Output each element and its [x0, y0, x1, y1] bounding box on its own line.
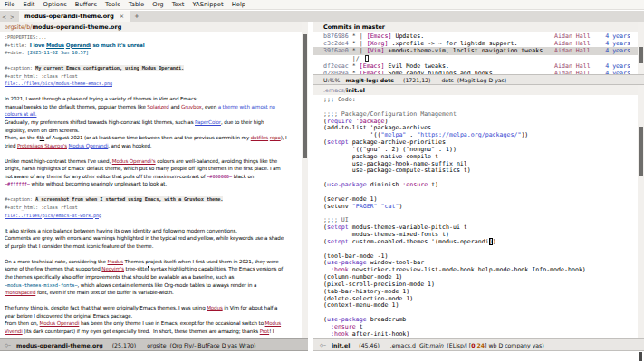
link[interactable]: dotfiles: [251, 135, 268, 140]
text-segment: black on: [232, 174, 254, 179]
link[interactable]: Modus: [46, 43, 64, 48]
text-segment: ~#ffffff~: [5, 181, 30, 186]
text-segment: , due to their high: [221, 119, 264, 125]
link[interactable]: Modus: [107, 259, 123, 264]
new-tab-button[interactable]: +: [134, 13, 139, 20]
modeline-vcs[interactable]: Git:: [419, 342, 429, 348]
commit-graph: * |: [349, 47, 367, 54]
menu-org[interactable]: Org: [152, 1, 163, 8]
text-segment: .: [406, 131, 417, 138]
menu-buffers[interactable]: Buffers: [75, 1, 97, 8]
modeline-modes-suffix: ] wb D company yas): [485, 342, 544, 348]
menu-edit[interactable]: Edit: [23, 1, 34, 8]
menu-help[interactable]: Help: [232, 1, 246, 8]
link[interactable]: Modus Operandi: [69, 143, 109, 148]
link[interactable]: monospaced: [5, 290, 35, 295]
link[interactable]: Gruvbox: [181, 104, 202, 110]
tab-back-icon[interactable]: <: [0, 14, 8, 20]
text-line: the themes specifically also offer impro…: [5, 273, 302, 281]
tab-forward-icon[interactable]: >: [8, 14, 16, 20]
modeline-buffer-name: modus-operandi-theme.org: [16, 342, 103, 348]
text-line: not aware of any theme for any other edi…: [5, 173, 302, 181]
text-segment: package-native-compile t: [323, 153, 438, 160]
commit-row[interactable]: b876986 * | [Emacs] Updates.Aidan Hall4 …: [313, 33, 638, 40]
text-segment: ;;;; Package/Configuration Management: [323, 110, 457, 118]
link[interactable]: Protesilaos Stavrou's: [17, 143, 67, 148]
menu-table[interactable]: Table: [129, 1, 145, 8]
menu-tools[interactable]: Tools: [105, 1, 120, 8]
text-segment: "melpa": [381, 131, 407, 138]
text-segment: On a more technical note, considering th…: [5, 259, 107, 264]
tab-close-icon[interactable]: ×: [120, 13, 124, 20]
text-segment: [323, 323, 331, 330]
text-line: (setopt custom-enabled-themes '(modus-op…: [323, 239, 638, 246]
link[interactable]: Modus Operandi's: [112, 158, 156, 164]
init-scrollbar-thumb[interactable]: [639, 127, 643, 176]
echo-area[interactable]: [0, 351, 644, 362]
commit-age: 4 years: [605, 47, 630, 54]
modeline-mode-list[interactable]: (Magit Log D yas): [457, 77, 506, 83]
commit-row[interactable]: |/: [313, 55, 638, 62]
link[interactable]: Modus Operandi: [40, 320, 80, 326]
commit-graph: *: [349, 62, 360, 70]
org-breadcrumb-header: orgsite/b/modus-operandi-theme.org: [0, 22, 308, 32]
commit-row[interactable]: df2eeac * [Emacs] Evil Mode tweaks.Aidan…: [313, 62, 638, 70]
text-line: #+caption: A screenshot from when I star…: [5, 195, 302, 204]
hollow-cursor: [365, 55, 369, 62]
init-el-buffer[interactable]: ;;; Code:;;;; Package/Configuration Mana…: [313, 95, 638, 338]
modeline-branch[interactable]: main: [429, 342, 443, 348]
commit-row[interactable]: c3c2de4 * | [Xorg] .xprofile -> ~ for li…: [313, 40, 638, 47]
org-scrollbar-thumb[interactable]: [303, 34, 307, 158]
link[interactable]: PaperColor: [195, 119, 221, 125]
link[interactable]: colours at all.: [5, 111, 36, 117]
magit-log-buffer[interactable]: b876986 * | [Emacs] Updates.Aidan Hall4 …: [313, 32, 638, 74]
text-line: :PROPERTIES:...: [5, 33, 302, 42]
org-buffer[interactable]: :PROPERTIES:...#+title: I love Modus Ope…: [0, 32, 302, 338]
init-scrollbar[interactable]: [638, 85, 644, 338]
modeline-mode-list[interactable]: (Org Fly/- BufFace D yas Wrap): [170, 342, 256, 348]
link[interactable]: Modus: [265, 320, 282, 326]
commit-row[interactable]: 39f6ae0 * | [Vim] +modus-theme-vim, locl…: [313, 47, 638, 54]
magit-scrollbar-thumb[interactable]: [639, 47, 643, 63]
link[interactable]: Solarized: [147, 104, 168, 110]
breadcrumb-dir[interactable]: .emacs/: [323, 87, 346, 94]
link[interactable]: "https://melpa.org/packages/": [417, 131, 521, 138]
commit-author: Aidan Hall: [554, 33, 591, 40]
text-segment: #+title:: [5, 43, 30, 48]
text-line: From then on, Modus Operandi has been th…: [5, 319, 302, 328]
commit-age: 4 years: [605, 33, 630, 40]
menu-file[interactable]: File: [5, 1, 14, 8]
breadcrumb-file[interactable]: modus-operandi-theme.org: [32, 24, 121, 31]
link[interactable]: Modus: [207, 305, 223, 310]
link[interactable]: Prot: [260, 329, 269, 334]
commit-msg: +modus-theme-vim, loclist navigation twe…: [385, 47, 547, 54]
commit-tag: [Vim]: [367, 47, 385, 54]
commit-hash: [323, 55, 349, 62]
link[interactable]: file:../files/pics/modus-theme-emacs.png: [5, 81, 112, 86]
text-segment: Gradually, my preferences shifted toward…: [5, 119, 195, 125]
link[interactable]: file:../files/pics/emacs-at-work.png: [5, 213, 101, 218]
init-modeline: ◇– init.el (45,46) .emacs.d Git:main (EL…: [313, 338, 644, 351]
flymake-warning-count[interactable]: 24: [476, 342, 485, 348]
text-line: manual tweaks to the default themes, pop…: [5, 103, 302, 111]
commit-hash: c3c2de4: [323, 40, 349, 47]
link[interactable]: Vivendi: [5, 329, 23, 334]
text-segment: colours are well-balanced, avoiding thin…: [156, 158, 277, 164]
link[interactable]: Neovim's: [101, 266, 124, 272]
breadcrumb-file[interactable]: init.el: [346, 87, 365, 94]
link[interactable]: repo: [270, 135, 281, 140]
tab-modus-operandi-theme[interactable]: modus-operandi-theme.org ×: [19, 11, 130, 22]
menu-text[interactable]: Text: [172, 1, 185, 8]
org-modeline: ◇– modus-operandi-theme.org (25,170) org…: [0, 338, 308, 351]
menu-options[interactable]: Options: [43, 1, 67, 8]
text-segment: tried: [5, 143, 17, 148]
minibuffer-scrollbar-thumb[interactable]: [639, 352, 642, 361]
commit-author: Aidan Hall: [554, 62, 591, 70]
text-segment: newsticker-treeview-list-mode-hook help-…: [349, 266, 586, 273]
menu-yasnippet[interactable]: YASnippet: [192, 1, 223, 8]
breadcrumb-dir[interactable]: orgsite/b/: [5, 24, 32, 31]
link[interactable]: a theme with almost no: [218, 104, 275, 110]
text-segment: A screenshot from when I started using E…: [35, 196, 223, 202]
text-line: bright, harsh highlights of Emacs' defau…: [5, 165, 302, 173]
link[interactable]: Operandi: [66, 43, 91, 48]
